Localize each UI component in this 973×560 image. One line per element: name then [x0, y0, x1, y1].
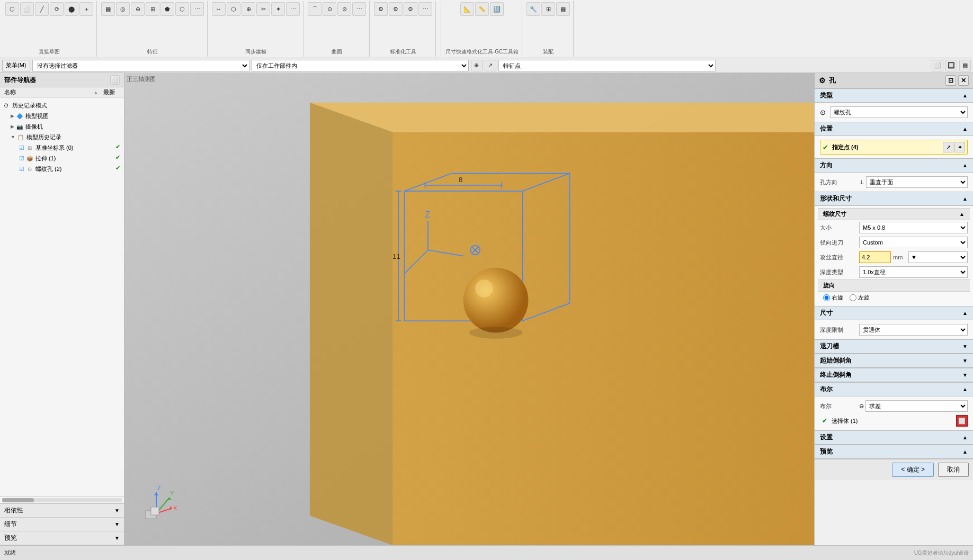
- confirm-button[interactable]: < 确定 >: [892, 463, 934, 477]
- view-icon-3[interactable]: ▦: [959, 60, 971, 71]
- shape-section-header[interactable]: 形状和尺寸: [815, 192, 973, 206]
- dimension-chevron: [962, 310, 968, 316]
- assembly-icon-1[interactable]: 🔧: [526, 2, 540, 16]
- left-panel: 部件导航器 ⬜ 名称 ▲ 最新 ⏱ 历史记录模式 ▶ 🔷 模型视图: [0, 73, 124, 545]
- depth-limit-select[interactable]: 贯通体: [859, 324, 968, 336]
- select-icon[interactable]: ↗: [485, 60, 496, 71]
- curve-icon-2[interactable]: ⊙: [323, 2, 336, 16]
- tree-item-history[interactable]: ⏱ 历史记录模式: [0, 100, 124, 111]
- tree-item-history-label: 历史记录模式: [12, 102, 122, 110]
- preview-section-left[interactable]: 预览: [0, 531, 124, 545]
- maximize-button[interactable]: ⬜: [110, 75, 120, 85]
- hole-dir-select[interactable]: 垂直于面: [866, 176, 968, 188]
- cancel-button[interactable]: 取消: [938, 463, 969, 477]
- position-select-icon[interactable]: ↗: [943, 142, 953, 152]
- tap-unit-select[interactable]: ▼: [908, 251, 968, 263]
- sync-icon-4[interactable]: ✂: [256, 2, 270, 16]
- tree-item-extrude-label: 拉伸 (1): [35, 155, 113, 162]
- start-chamfer-section-header[interactable]: 起始倒斜角: [815, 354, 973, 368]
- snap-icon[interactable]: ⊕: [471, 60, 483, 71]
- std-icon-3[interactable]: ⚙: [404, 2, 417, 16]
- viewport[interactable]: Z 8 11 X: [124, 73, 814, 545]
- assembly-icon-3[interactable]: ▦: [556, 2, 570, 16]
- sketch-icon-1[interactable]: ⬡: [5, 2, 19, 16]
- std-icon-2[interactable]: ⚙: [389, 2, 403, 16]
- sketch-icon-2[interactable]: ⬜: [20, 2, 34, 16]
- filter-select[interactable]: 没有选择过滤器: [32, 60, 249, 71]
- dependency-section[interactable]: 相依性: [0, 504, 124, 518]
- sync-icon-1[interactable]: ↔: [212, 2, 226, 16]
- bool-body-icon[interactable]: ⬜: [956, 415, 968, 427]
- feature-icon-array[interactable]: ⊕: [131, 2, 145, 16]
- tree-item-model-view[interactable]: ▶ 🔷 模型视图: [0, 111, 124, 121]
- work-part-select[interactable]: 仅在工作部件内: [252, 60, 469, 71]
- feature-icon-hole[interactable]: ◎: [116, 2, 130, 16]
- tree-item-camera[interactable]: ▶ 📷 摄像机: [0, 121, 124, 132]
- menu-button[interactable]: 菜单(M): [2, 60, 30, 71]
- sync-icon-5[interactable]: ✦: [271, 2, 285, 16]
- feature-icon-merge[interactable]: ⊞: [146, 2, 159, 16]
- size-icon-3[interactable]: 🔢: [490, 2, 504, 16]
- feature-icon-more[interactable]: ⋯: [190, 2, 204, 16]
- size-select[interactable]: M5 x 0.8: [859, 222, 968, 233]
- close-icon[interactable]: ✕: [958, 75, 969, 86]
- end-chamfer-section-header[interactable]: 终止倒斜角: [815, 368, 973, 382]
- settings-section-header[interactable]: 设置: [815, 430, 973, 445]
- h-scrollbar[interactable]: [0, 496, 124, 503]
- bool-select[interactable]: 求差: [865, 400, 968, 412]
- tree-item-history-rec[interactable]: ▼ 📋 模型历史记录: [0, 132, 124, 142]
- view-icon-2[interactable]: 🔲: [945, 60, 957, 71]
- radio-right-input[interactable]: [823, 294, 830, 301]
- feature-icon-edge[interactable]: ⬟: [160, 2, 174, 16]
- feature-point-select[interactable]: 特征点: [498, 60, 716, 71]
- position-section-header[interactable]: 位置: [815, 122, 973, 136]
- scroll-thumb[interactable]: [2, 498, 34, 502]
- hole-check: ✔: [113, 165, 122, 173]
- size-icon-1[interactable]: 📐: [460, 2, 474, 16]
- bottom-buttons: < 确定 > 取消: [815, 459, 973, 480]
- tree-item-coord[interactable]: ☑ ⊞ 基准坐标系 (0) ✔: [0, 142, 124, 153]
- preview-section-header[interactable]: 预览: [815, 445, 973, 459]
- tap-dia-input[interactable]: [859, 251, 891, 263]
- feature-icon-extrude[interactable]: ▦: [101, 2, 115, 16]
- type-section-body: ⊙ 螺纹孔: [815, 103, 973, 122]
- taper-select[interactable]: Custom: [859, 237, 968, 248]
- position-add-icon[interactable]: ✦: [954, 142, 965, 152]
- curve-icon-1[interactable]: ⌒: [308, 2, 322, 16]
- type-select[interactable]: 螺纹孔: [830, 106, 968, 118]
- sync-icon-more[interactable]: ⋯: [286, 2, 300, 16]
- svg-text:Z: Z: [157, 485, 161, 491]
- type-section-header[interactable]: 类型: [815, 88, 973, 103]
- relief-section-header[interactable]: 退刀槽: [815, 339, 973, 354]
- sketch-icon-6[interactable]: ＋: [79, 2, 93, 16]
- sketch-icon-5[interactable]: ⬤: [65, 2, 78, 16]
- std-icon-1[interactable]: ⚙: [374, 2, 388, 16]
- radio-left-input[interactable]: [850, 294, 856, 301]
- direction-chevron: [962, 162, 968, 168]
- screw-size-header[interactable]: 螺纹尺寸: [818, 208, 970, 220]
- svg-marker-3: [310, 103, 392, 545]
- detail-section[interactable]: 细节: [0, 518, 124, 531]
- sketch-icon-4[interactable]: ⟳: [50, 2, 64, 16]
- direction-section-header[interactable]: 方向: [815, 158, 973, 173]
- tree-item-extrude[interactable]: ☑ 📦 拉伸 (1) ✔: [0, 153, 124, 164]
- std-icon-more[interactable]: ⋯: [418, 2, 432, 16]
- sync-icon-2[interactable]: ⬡: [227, 2, 240, 16]
- view-icon-1[interactable]: ⬜: [932, 60, 943, 71]
- restore-icon[interactable]: ⊡: [945, 75, 956, 86]
- assembly-icon-2[interactable]: ⊞: [541, 2, 555, 16]
- curve-icon-3[interactable]: ⊘: [337, 2, 351, 16]
- assembly-group-label: 装配: [543, 47, 554, 56]
- depth-type-select[interactable]: 1.0x直径: [859, 266, 968, 278]
- feature-icon-shell[interactable]: ⬡: [175, 2, 189, 16]
- radio-left[interactable]: 左旋: [850, 294, 870, 302]
- sketch-icon-3[interactable]: ╱: [35, 2, 49, 16]
- dimension-section-header[interactable]: 尺寸: [815, 306, 973, 320]
- radio-right[interactable]: 右旋: [823, 294, 843, 302]
- bool-section-header[interactable]: 布尔: [815, 382, 973, 396]
- tree-item-hole[interactable]: ☑ ⊙ 螺纹孔 (2) ✔: [0, 164, 124, 174]
- expand-icon-model-view: ▶: [11, 113, 14, 119]
- sync-icon-3[interactable]: ⊕: [242, 2, 255, 16]
- size-icon-2[interactable]: 📏: [475, 2, 489, 16]
- curve-icon-more[interactable]: ⋯: [352, 2, 366, 16]
